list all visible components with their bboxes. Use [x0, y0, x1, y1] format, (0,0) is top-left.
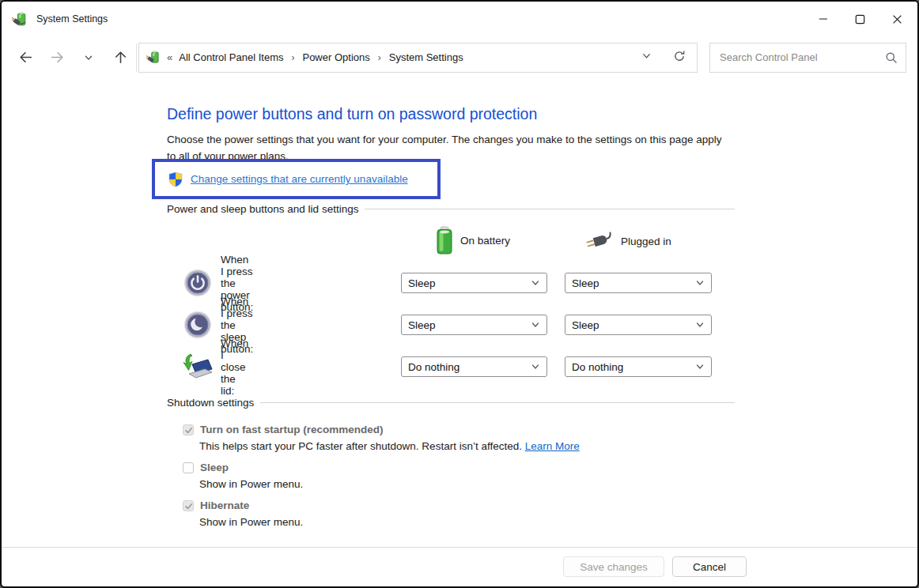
- footer-divider: [2, 547, 917, 548]
- up-button[interactable]: [104, 43, 136, 72]
- change-settings-unavailable-link[interactable]: Change settings that are currently unava…: [191, 173, 408, 185]
- address-bar-tools: [641, 50, 692, 66]
- minimize-button[interactable]: [804, 2, 841, 36]
- chevron-down-icon: [531, 320, 540, 330]
- learn-more-link[interactable]: Learn More: [525, 440, 580, 452]
- chevron-down-icon: [695, 320, 705, 330]
- chevron-down-icon: [695, 362, 705, 371]
- close-lid-plugged-in-select[interactable]: Do nothing: [565, 356, 712, 377]
- maximize-icon: [855, 14, 865, 24]
- uac-shield-icon: [168, 172, 183, 187]
- search-box: [709, 43, 906, 73]
- sleep-checkbox-label: Sleep: [200, 462, 229, 473]
- sleep-checkbox-row: Sleep: [183, 462, 229, 473]
- back-button[interactable]: [9, 43, 41, 72]
- titlebar: System Settings: [2, 2, 917, 36]
- address-bar[interactable]: « All Control Panel Items › Power Option…: [138, 43, 698, 73]
- close-button[interactable]: [879, 2, 916, 36]
- plugged-in-label: Plugged in: [621, 236, 671, 247]
- power-button-plugged-in-select[interactable]: Sleep: [565, 273, 712, 293]
- fast-startup-checkbox-row: Turn on fast startup (recommended): [183, 424, 384, 435]
- forward-arrow-icon: [49, 49, 66, 66]
- window-controls: [804, 2, 916, 36]
- breadcrumb-item-power-options[interactable]: Power Options: [301, 51, 371, 63]
- breadcrumb-item-system-settings[interactable]: System Settings: [388, 51, 465, 63]
- close-lid-row-label: When I close the lid:: [221, 352, 248, 381]
- power-button-on-battery-select[interactable]: Sleep: [401, 273, 547, 293]
- breadcrumb-separator[interactable]: ›: [285, 52, 301, 63]
- refresh-icon: [673, 50, 686, 62]
- up-arrow-icon: [112, 49, 129, 66]
- page-title: Define power buttons and turn on passwor…: [167, 105, 537, 123]
- check-icon: [184, 502, 193, 511]
- close-lid-on-battery-select[interactable]: Do nothing: [401, 356, 547, 377]
- sleep-description: Show in Power menu.: [199, 478, 303, 490]
- chevron-down-icon: [641, 50, 652, 62]
- search-input[interactable]: [720, 51, 885, 63]
- hibernate-checkbox[interactable]: [183, 500, 194, 511]
- save-changes-button[interactable]: Save changes: [563, 556, 664, 577]
- back-arrow-icon: [17, 49, 34, 66]
- annotation-highlight-box: Change settings that are currently unava…: [152, 159, 441, 199]
- power-section-header: Power and sleep buttons and lid settings: [167, 203, 735, 215]
- sleep-description-text: Show in Power menu.: [199, 478, 303, 490]
- search-icon[interactable]: [885, 51, 898, 64]
- breadcrumb-separator[interactable]: ›: [372, 52, 388, 63]
- hibernate-description-text: Show in Power menu.: [199, 516, 303, 528]
- power-options-breadcrumb-icon: [146, 50, 161, 65]
- chevron-down-icon: [531, 278, 540, 288]
- sleep-button-icon: [183, 311, 212, 339]
- power-section-title: Power and sleep buttons and lid settings: [167, 203, 358, 215]
- hibernate-checkbox-label: Hibernate: [200, 499, 249, 511]
- breadcrumb: « All Control Panel Items › Power Option…: [167, 51, 641, 63]
- window-title: System Settings: [36, 13, 108, 24]
- fast-startup-checkbox[interactable]: [183, 424, 194, 435]
- power-button-icon: [183, 269, 212, 297]
- section-divider: [260, 402, 735, 403]
- select-value: Sleep: [408, 277, 436, 289]
- minimize-icon: [819, 14, 828, 24]
- sleep-button-plugged-in-select[interactable]: Sleep: [565, 315, 712, 335]
- sleep-button-on-battery-select[interactable]: Sleep: [401, 315, 547, 335]
- on-battery-column-header: On battery: [436, 226, 510, 254]
- fast-startup-description: This helps start your PC faster after sh…: [199, 440, 580, 452]
- select-value: Sleep: [572, 277, 599, 289]
- chevron-down-icon: [531, 362, 540, 371]
- power-options-app-icon: [12, 11, 28, 28]
- forward-button[interactable]: [41, 43, 73, 72]
- breadcrumb-collapse-glyph[interactable]: «: [167, 51, 177, 63]
- chevron-down-icon: [83, 52, 94, 63]
- battery-icon: [436, 226, 453, 254]
- plug-icon: [584, 232, 614, 251]
- fast-startup-label: Turn on fast startup (recommended): [200, 424, 384, 435]
- select-value: Do nothing: [572, 361, 623, 373]
- section-divider: [365, 209, 735, 209]
- laptop-lid-icon: [180, 352, 214, 381]
- check-icon: [184, 426, 193, 435]
- select-value: Do nothing: [408, 361, 460, 373]
- address-dropdown-button[interactable]: [641, 50, 652, 65]
- refresh-button[interactable]: [673, 50, 686, 66]
- shutdown-section-title: Shutdown settings: [167, 397, 254, 409]
- chevron-down-icon: [695, 278, 705, 288]
- select-value: Sleep: [408, 319, 436, 331]
- hibernate-description: Show in Power menu.: [199, 516, 303, 528]
- sleep-checkbox[interactable]: [183, 462, 194, 473]
- nav-separator: [136, 43, 137, 72]
- select-value: Sleep: [572, 319, 599, 331]
- power-button-row-label: When I press the power button:: [221, 269, 253, 297]
- system-settings-window: System Settings: [0, 0, 919, 588]
- nav-buttons: [2, 43, 136, 72]
- breadcrumb-item-all-control-panel-items[interactable]: All Control Panel Items: [177, 51, 285, 63]
- close-icon: [892, 14, 902, 24]
- on-battery-label: On battery: [460, 235, 510, 247]
- hibernate-checkbox-row: Hibernate: [183, 499, 249, 511]
- shutdown-section-header: Shutdown settings: [167, 397, 735, 409]
- plugged-in-column-header: Plugged in: [584, 232, 671, 251]
- navigation-bar: « All Control Panel Items › Power Option…: [2, 36, 917, 78]
- maximize-button[interactable]: [841, 2, 879, 36]
- sleep-button-row-label: When I press the sleep button:: [221, 311, 253, 339]
- cancel-button[interactable]: Cancel: [672, 556, 747, 577]
- fast-startup-description-text: This helps start your PC faster after sh…: [199, 440, 525, 452]
- recent-pages-button[interactable]: [73, 43, 104, 72]
